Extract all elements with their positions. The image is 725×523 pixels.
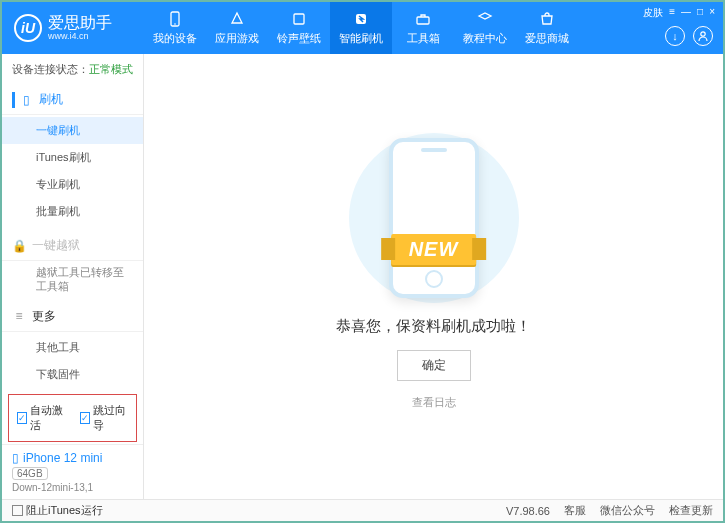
- main-nav: 我的设备 应用游戏 铃声壁纸 智能刷机 工具箱 教程中心 爱思商城: [144, 2, 578, 54]
- options-highlight-box: ✓ 自动激活 ✓ 跳过向导: [8, 394, 137, 442]
- sidebar-item-advanced[interactable]: 高级功能: [2, 388, 143, 392]
- checkbox-skip-guide[interactable]: ✓ 跳过向导: [80, 403, 129, 433]
- check-update-link[interactable]: 检查更新: [669, 503, 713, 518]
- phone-icon: [166, 10, 184, 28]
- section-title: 刷机: [39, 91, 63, 108]
- phone-graphic: [389, 138, 479, 298]
- svg-rect-2: [294, 14, 304, 24]
- close-button[interactable]: ×: [709, 6, 715, 20]
- sidebar-item-pro-flash[interactable]: 专业刷机: [2, 171, 143, 198]
- jailbreak-note: 越狱工具已转移至工具箱: [2, 261, 143, 302]
- checkbox-label: 自动激活: [30, 403, 65, 433]
- skin-button[interactable]: 皮肤: [643, 6, 663, 20]
- checkbox-label: 跳过向导: [93, 403, 128, 433]
- nav-label: 智能刷机: [339, 31, 383, 46]
- wechat-link[interactable]: 微信公众号: [600, 503, 655, 518]
- more-icon: ≡: [12, 309, 26, 323]
- sidebar-item-batch-flash[interactable]: 批量刷机: [2, 198, 143, 225]
- checkbox-label: 阻止iTunes运行: [26, 503, 103, 518]
- active-indicator: [12, 92, 15, 108]
- flash-icon: [352, 10, 370, 28]
- user-button[interactable]: [693, 26, 713, 46]
- checkbox-block-itunes[interactable]: 阻止iTunes运行: [12, 503, 103, 518]
- device-status: 设备连接状态：正常模式: [2, 54, 143, 85]
- status-value: 正常模式: [89, 63, 133, 75]
- svg-point-1: [174, 23, 176, 25]
- nav-tutorial[interactable]: 教程中心: [454, 2, 516, 54]
- storage-badge: 64GB: [12, 467, 48, 480]
- tutorial-icon: [476, 10, 494, 28]
- lock-icon: 🔒: [12, 239, 26, 253]
- status-label: 设备连接状态：: [12, 63, 89, 75]
- customer-service-link[interactable]: 客服: [564, 503, 586, 518]
- device-name-text: iPhone 12 mini: [23, 451, 102, 465]
- nav-label: 爱思商城: [525, 31, 569, 46]
- sidebar-item-download-firmware[interactable]: 下载固件: [2, 361, 143, 388]
- nav-label: 铃声壁纸: [277, 31, 321, 46]
- nav-store[interactable]: 爱思商城: [516, 2, 578, 54]
- maximize-button[interactable]: □: [697, 6, 703, 20]
- header-user-area: ↓: [665, 26, 713, 46]
- brand-url: www.i4.cn: [48, 32, 112, 42]
- nav-toolbox[interactable]: 工具箱: [392, 2, 454, 54]
- ringtone-icon: [290, 10, 308, 28]
- success-illustration: NEW: [334, 133, 534, 303]
- device-info: ▯ iPhone 12 mini 64GB Down-12mini-13,1: [2, 444, 143, 499]
- section-title: 一键越狱: [32, 237, 80, 254]
- sidebar-item-oneclick-flash[interactable]: 一键刷机: [2, 117, 143, 144]
- nav-label: 应用游戏: [215, 31, 259, 46]
- nav-ringtone[interactable]: 铃声壁纸: [268, 2, 330, 54]
- phone-icon: ▯: [19, 93, 33, 107]
- status-footer: 阻止iTunes运行 V7.98.66 客服 微信公众号 检查更新: [2, 499, 723, 521]
- title-bar: iU 爱思助手 www.i4.cn 我的设备 应用游戏 铃声壁纸 智能刷机 工具…: [2, 2, 723, 54]
- apps-icon: [228, 10, 246, 28]
- main-content: NEW 恭喜您，保资料刷机成功啦！ 确定 查看日志: [144, 54, 723, 499]
- device-firmware: Down-12mini-13,1: [12, 482, 133, 493]
- checkbox-auto-activate[interactable]: ✓ 自动激活: [17, 403, 66, 433]
- success-message: 恭喜您，保资料刷机成功啦！: [336, 317, 531, 336]
- device-name[interactable]: ▯ iPhone 12 mini: [12, 451, 133, 465]
- logo-area: iU 爱思助手 www.i4.cn: [2, 14, 144, 42]
- sidebar-section-more[interactable]: ≡ 更多: [2, 302, 143, 332]
- sidebar-section-flash[interactable]: ▯ 刷机: [2, 85, 143, 115]
- nav-label: 工具箱: [407, 31, 440, 46]
- sidebar-item-other-tools[interactable]: 其他工具: [2, 334, 143, 361]
- checkbox-icon: [12, 505, 23, 516]
- nav-my-device[interactable]: 我的设备: [144, 2, 206, 54]
- logo-icon: iU: [14, 14, 42, 42]
- sidebar-section-jailbreak[interactable]: 🔒 一键越狱: [2, 231, 143, 261]
- version-label: V7.98.66: [506, 505, 550, 517]
- nav-label: 教程中心: [463, 31, 507, 46]
- minimize-button[interactable]: —: [681, 6, 691, 20]
- store-icon: [538, 10, 556, 28]
- view-log-link[interactable]: 查看日志: [412, 395, 456, 410]
- phone-icon: ▯: [12, 451, 19, 465]
- window-controls: 皮肤 ≡ — □ ×: [643, 6, 715, 20]
- section-title: 更多: [32, 308, 56, 325]
- sidebar-item-itunes-flash[interactable]: iTunes刷机: [2, 144, 143, 171]
- new-ribbon: NEW: [391, 234, 477, 265]
- nav-apps[interactable]: 应用游戏: [206, 2, 268, 54]
- nav-label: 我的设备: [153, 31, 197, 46]
- download-button[interactable]: ↓: [665, 26, 685, 46]
- brand-name: 爱思助手: [48, 14, 112, 32]
- check-icon: ✓: [17, 412, 27, 424]
- menu-button[interactable]: ≡: [669, 6, 675, 20]
- toolbox-icon: [414, 10, 432, 28]
- confirm-button[interactable]: 确定: [397, 350, 471, 381]
- svg-point-5: [701, 32, 705, 36]
- svg-rect-4: [417, 17, 429, 24]
- sidebar: 设备连接状态：正常模式 ▯ 刷机 一键刷机 iTunes刷机 专业刷机 批量刷机…: [2, 54, 144, 499]
- check-icon: ✓: [80, 412, 90, 424]
- nav-smart-flash[interactable]: 智能刷机: [330, 2, 392, 54]
